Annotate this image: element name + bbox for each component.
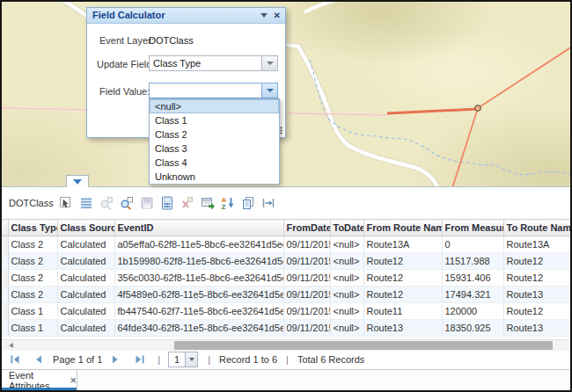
table-cell[interactable]: 11517.988 bbox=[442, 253, 503, 270]
field-calculator-icon[interactable] bbox=[160, 196, 174, 210]
show-all-records-icon[interactable] bbox=[79, 196, 93, 210]
column-header-from-measure[interactable]: From Measure bbox=[442, 220, 503, 236]
sort-icon[interactable]: AZ bbox=[221, 196, 235, 210]
first-page-button[interactable] bbox=[10, 354, 20, 365]
table-cell[interactable]: Route13A bbox=[503, 236, 570, 253]
magnifier-icon[interactable] bbox=[120, 196, 134, 210]
row-selector[interactable] bbox=[2, 270, 8, 287]
table-cell[interactable]: 4f5489e0-62f8-11e5-8bc6-ee32641d5ec9 bbox=[114, 287, 283, 303]
table-cell[interactable]: 09/11/2015 bbox=[283, 303, 330, 320]
tab-close-icon[interactable]: ✕ bbox=[70, 376, 77, 385]
table-cell[interactable]: 09/11/2015 bbox=[283, 270, 330, 287]
table-cell[interactable]: Calculated bbox=[57, 270, 114, 287]
junction-marker[interactable] bbox=[475, 105, 480, 111]
row-selector[interactable] bbox=[2, 236, 8, 253]
table-cell[interactable]: Calculated bbox=[57, 253, 114, 270]
table-cell[interactable]: Route12 bbox=[363, 287, 442, 303]
table-cell[interactable]: Route12 bbox=[503, 303, 570, 320]
scrollbar-thumb[interactable] bbox=[174, 341, 553, 350]
table-cell[interactable]: Class 2 bbox=[8, 253, 57, 270]
column-header-todate[interactable]: ToDate bbox=[330, 220, 363, 236]
table-cell[interactable]: Route13 bbox=[503, 320, 570, 337]
row-selector[interactable] bbox=[2, 253, 8, 270]
select-features-icon[interactable] bbox=[59, 196, 73, 210]
table-cell[interactable]: 120000 bbox=[442, 303, 503, 320]
table-cell[interactable]: Class 1 bbox=[8, 303, 57, 320]
dialog-collapse-icon[interactable] bbox=[260, 13, 268, 18]
dropdown-option-null[interactable]: <null> bbox=[150, 99, 279, 113]
collapse-table-button[interactable] bbox=[66, 175, 89, 187]
column-header-from-route-name[interactable]: From Route Name bbox=[363, 220, 442, 236]
table-cell[interactable]: 18350.925 bbox=[442, 320, 503, 337]
route-line-selected[interactable] bbox=[387, 109, 478, 113]
table-cell[interactable]: Route12 bbox=[503, 270, 570, 287]
table-cell[interactable]: 09/11/2015 bbox=[283, 287, 330, 303]
table-cell[interactable]: Class 2 bbox=[8, 236, 57, 253]
copy-rows-icon[interactable] bbox=[241, 196, 255, 210]
table-cell[interactable]: 64fde340-62f8-11e5-8bc6-ee32641d5ec9 bbox=[114, 320, 283, 337]
table-cell[interactable]: Route12 bbox=[363, 270, 442, 287]
dropdown-option-class-2[interactable]: Class 2 bbox=[150, 127, 279, 142]
previous-page-button[interactable] bbox=[33, 354, 44, 365]
table-cell[interactable]: Calculated bbox=[57, 320, 114, 337]
route-line-south[interactable] bbox=[452, 108, 478, 186]
column-header-class-type[interactable]: Class Type bbox=[8, 220, 57, 236]
table-cell[interactable]: 09/11/2015 bbox=[283, 236, 330, 253]
table-cell[interactable]: Class 1 bbox=[8, 320, 57, 337]
table-cell[interactable]: <null> bbox=[330, 253, 363, 270]
table-cell[interactable]: 1b159980-62f8-11e5-8bc6-ee32641d5ec9 bbox=[114, 253, 283, 270]
column-header-to-route-name[interactable]: To Route Name bbox=[503, 220, 570, 236]
table-cell[interactable]: 09/11/2015 bbox=[283, 320, 330, 337]
row-selector[interactable] bbox=[2, 320, 8, 337]
table-cell[interactable]: Class 2 bbox=[8, 270, 57, 287]
table-cell[interactable]: 15931.406 bbox=[442, 270, 503, 287]
table-cell[interactable]: Route13 bbox=[363, 320, 442, 337]
table-cell[interactable]: fb447540-62f7-11e5-8bc6-ee32641d5ec9 bbox=[114, 303, 283, 320]
append-data-icon[interactable] bbox=[201, 196, 215, 210]
table-cell[interactable]: 17494.321 bbox=[442, 287, 503, 303]
table-cell[interactable]: Route12 bbox=[363, 253, 442, 270]
table-cell[interactable]: <null> bbox=[330, 320, 363, 337]
last-page-button[interactable] bbox=[135, 354, 145, 365]
table-cell[interactable]: Route13 bbox=[503, 287, 570, 303]
chevron-down-icon bbox=[267, 89, 274, 92]
dialog-close-icon[interactable]: ✕ bbox=[274, 11, 281, 20]
table-cell[interactable]: a05effa0-62f8-11e5-8bc6-ee32641d5ec9 bbox=[114, 236, 283, 253]
dropdown-option-class-4[interactable]: Class 4 bbox=[150, 156, 279, 170]
table-cell[interactable]: Calculated bbox=[57, 236, 114, 253]
dialog-titlebar[interactable]: Field Calculator ✕ bbox=[87, 8, 285, 24]
table-cell[interactable]: Calculated bbox=[57, 287, 114, 303]
page-number-dropdown-button[interactable] bbox=[185, 352, 197, 367]
row-selector[interactable] bbox=[2, 303, 8, 320]
scroll-left-icon[interactable] bbox=[9, 343, 13, 348]
field-value-combobox[interactable] bbox=[149, 83, 278, 98]
fit-columns-icon[interactable] bbox=[261, 196, 275, 210]
table-cell[interactable]: <null> bbox=[330, 287, 363, 303]
column-header-eventid[interactable]: EventID bbox=[114, 220, 283, 236]
tab-event-attributes[interactable]: Event Attributes ✕ bbox=[2, 370, 77, 390]
column-header-class-source[interactable]: Class Source bbox=[57, 220, 114, 236]
page-number-combobox[interactable]: 1 bbox=[168, 352, 198, 367]
update-field-combobox[interactable]: Class Type bbox=[149, 55, 278, 71]
table-cell[interactable]: Route12 bbox=[503, 253, 570, 270]
next-page-button[interactable] bbox=[110, 354, 121, 365]
table-cell[interactable]: <null> bbox=[330, 270, 363, 287]
separator: | bbox=[158, 354, 160, 365]
column-header-fromdate[interactable]: FromDate bbox=[283, 220, 330, 236]
table-cell[interactable]: Route11 bbox=[363, 303, 442, 320]
row-selector[interactable] bbox=[2, 287, 8, 303]
table-cell[interactable]: <null> bbox=[330, 303, 363, 320]
update-field-dropdown-button[interactable] bbox=[261, 56, 277, 70]
table-cell[interactable]: Calculated bbox=[57, 303, 114, 320]
dropdown-option-class-1[interactable]: Class 1 bbox=[150, 113, 279, 127]
dropdown-option-class-3[interactable]: Class 3 bbox=[150, 142, 279, 156]
table-cell[interactable]: 356c0030-62f8-11e5-8bc6-ee32641d5ec9 bbox=[114, 270, 283, 287]
table-cell[interactable]: <null> bbox=[330, 236, 363, 253]
table-cell[interactable]: 09/11/2015 bbox=[283, 253, 330, 270]
table-cell[interactable]: Route13A bbox=[363, 236, 442, 253]
table-cell[interactable]: Class 2 bbox=[8, 287, 57, 303]
route-line-northeast[interactable] bbox=[478, 47, 570, 108]
table-cell[interactable]: 0 bbox=[442, 236, 503, 253]
dropdown-option-unknown[interactable]: Unknown bbox=[150, 170, 279, 184]
field-value-dropdown-button[interactable] bbox=[261, 83, 277, 98]
